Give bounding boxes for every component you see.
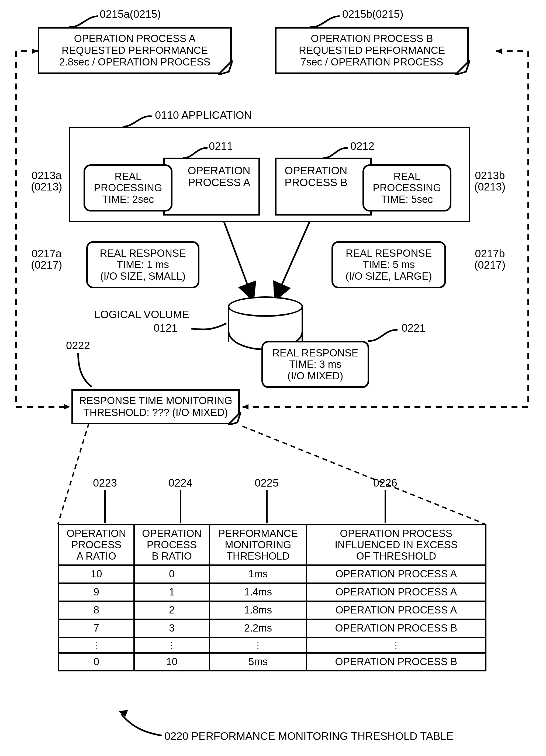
resp-a-2: TIME: 1 ms	[117, 259, 169, 271]
note-0222-line1: RESPONSE TIME MONITORING	[79, 395, 232, 407]
note-0215a: OPERATION PROCESS A REQUESTED PERFORMANC…	[38, 27, 232, 74]
note-0222: RESPONSE TIME MONITORING THRESHOLD: ??? …	[71, 389, 240, 424]
real-response-mixed: REAL RESPONSE TIME: 3 ms (I/O MIXED)	[261, 341, 369, 388]
resp-b-3: (I/O SIZE, LARGE)	[345, 271, 432, 282]
svg-marker-6	[243, 404, 248, 410]
svg-marker-0	[119, 710, 128, 717]
ref-0213b: 0213b (0213)	[474, 170, 506, 192]
rt-b-2: PROCESSING	[373, 182, 441, 194]
table-row: 8 2 1.8ms OPERATION PROCESS A	[59, 601, 486, 619]
rt-a-2: PROCESSING	[94, 182, 162, 194]
svg-line-2	[275, 221, 310, 300]
ref-0220: 0220 PERFORMANCE MONITORING THRESHOLD TA…	[164, 730, 454, 742]
note-0215b-line2: REQUESTED PERFORMANCE	[299, 45, 445, 57]
resp-b-1: REAL RESPONSE	[346, 248, 432, 259]
table-row: 9 1 1.4ms OPERATION PROCESS A	[59, 583, 486, 601]
note-0215a-line2: REQUESTED PERFORMANCE	[62, 45, 208, 57]
real-processing-a: REAL PROCESSING TIME: 2sec	[84, 164, 172, 211]
op-b-line1: OPERATION	[285, 165, 347, 176]
ref-0221: 0221	[402, 322, 426, 334]
rt-b-3: TIME: 5sec	[381, 194, 433, 205]
resp-mix-1: REAL RESPONSE	[272, 347, 358, 359]
rt-a-3: TIME: 2sec	[102, 194, 154, 205]
op-a-line1: OPERATION	[188, 165, 250, 176]
resp-b-2: TIME: 5 ms	[362, 259, 415, 271]
ref-0110: 0110 APPLICATION	[155, 109, 252, 121]
resp-a-1: REAL RESPONSE	[100, 248, 186, 259]
ref-0211: 0211	[209, 140, 233, 152]
logical-volume-label: LOGICAL VOLUME	[94, 308, 159, 321]
op-b-line2: PROCESS B	[285, 176, 347, 188]
rt-b-1: REAL	[393, 171, 420, 182]
ref-0121: 0121	[154, 322, 178, 334]
threshold-table: OPERATION PROCESS A RATIO OPERATION PROC…	[58, 524, 486, 671]
table-row: 0 10 5ms OPERATION PROCESS B	[59, 653, 486, 671]
real-response-a: REAL RESPONSE TIME: 1 ms (I/O SIZE, SMAL…	[86, 241, 199, 288]
ref-0222: 0222	[66, 339, 90, 352]
ref-0224: 0224	[168, 477, 192, 489]
table-row-dots: ⋮ ⋮ ⋮ ⋮	[59, 637, 486, 653]
svg-marker-4	[496, 48, 502, 54]
note-0215a-line1: OPERATION PROCESS A	[74, 33, 195, 45]
op-process-a-box: OPERATION PROCESS A	[163, 158, 260, 216]
col-influenced: OPERATION PROCESS INFLUENCED IN EXCESS O…	[307, 525, 486, 565]
table-body: 10 0 1ms OPERATION PROCESS A 9 1 1.4ms O…	[59, 565, 486, 671]
resp-mix-3: (I/O MIXED)	[288, 370, 343, 382]
svg-marker-3	[32, 48, 38, 54]
op-a-line2: PROCESS A	[188, 176, 250, 188]
svg-line-8	[234, 423, 485, 524]
note-0215a-line3: 2.8sec / OPERATION PROCESS	[59, 56, 210, 68]
ref-0223: 0223	[93, 477, 117, 489]
col-op-a-ratio: OPERATION PROCESS A RATIO	[59, 525, 134, 565]
ref-0225: 0225	[255, 477, 279, 489]
ref-0215a: 0215a(0215)	[100, 8, 161, 20]
ref-0217a: 0217a (0217)	[31, 248, 62, 271]
real-response-b: REAL RESPONSE TIME: 5 ms (I/O SIZE, LARG…	[331, 241, 446, 288]
table-header-row: OPERATION PROCESS A RATIO OPERATION PROC…	[59, 525, 486, 565]
svg-marker-5	[64, 404, 70, 410]
table-row: 7 3 2.2ms OPERATION PROCESS B	[59, 619, 486, 637]
op-process-b-box: OPERATION PROCESS B	[275, 158, 372, 216]
rt-a-1: REAL	[115, 171, 141, 182]
note-0215b: OPERATION PROCESS B REQUESTED PERFORMANC…	[275, 27, 469, 74]
real-processing-b: REAL PROCESSING TIME: 5sec	[362, 164, 451, 211]
ref-0215b: 0215b(0215)	[342, 8, 403, 20]
note-0222-line2: THRESHOLD: ??? (I/O MIXED)	[83, 407, 228, 419]
ref-0213a: 0213a (0213)	[31, 170, 62, 192]
note-0215b-line1: OPERATION PROCESS B	[311, 33, 433, 45]
note-0215b-line3: 7sec / OPERATION PROCESS	[300, 56, 443, 68]
col-perf-threshold: PERFORMANCE MONITORING THRESHOLD	[210, 525, 307, 565]
ref-0217b: 0217b (0217)	[474, 248, 506, 271]
diagram-canvas: 0215a(0215) 0215b(0215)	[0, 0, 546, 756]
ref-0226: 0226	[373, 477, 397, 489]
ref-0212: 0212	[350, 140, 374, 152]
svg-line-1	[224, 221, 253, 300]
resp-mix-2: TIME: 3 ms	[289, 359, 341, 370]
resp-a-3: (I/O SIZE, SMALL)	[100, 271, 186, 282]
col-op-b-ratio: OPERATION PROCESS B RATIO	[134, 525, 210, 565]
svg-line-7	[58, 423, 89, 524]
table-row: 10 0 1ms OPERATION PROCESS A	[59, 565, 486, 583]
